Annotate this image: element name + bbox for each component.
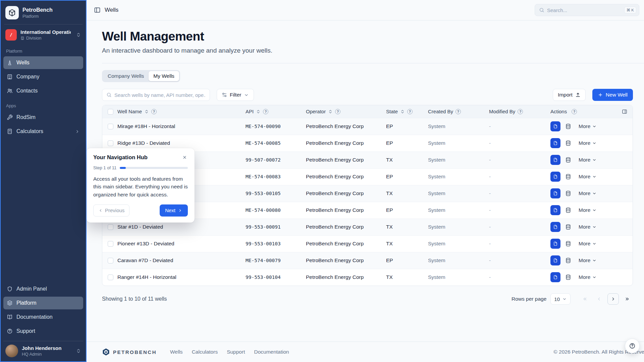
row-checkbox[interactable] [108, 224, 113, 230]
more-button[interactable]: More [576, 138, 599, 148]
wells-search-input[interactable] [114, 92, 206, 98]
database-button[interactable] [563, 239, 573, 249]
footer-link-support[interactable]: Support [227, 349, 245, 355]
row-checkbox[interactable] [108, 241, 113, 247]
tour-next-label: Next [165, 207, 175, 213]
select-all-checkbox[interactable] [108, 109, 113, 115]
tour-previous-button[interactable]: Previous [93, 204, 129, 217]
chevron-right-icon [610, 296, 616, 302]
database-button[interactable] [563, 138, 573, 148]
cell-api: 99-553-00104 [246, 269, 306, 286]
well-file-button[interactable] [550, 155, 560, 165]
sort-icon[interactable] [144, 109, 149, 114]
brand-title: PetroBench [22, 7, 53, 13]
sidebar-item-support[interactable]: Support [3, 325, 83, 338]
tour-title: Your Navigation Hub [93, 154, 148, 161]
database-button[interactable] [563, 255, 573, 265]
tab-my-wells[interactable]: My Wells [149, 71, 179, 81]
sidebar-item-admin-panel[interactable]: Admin Panel [3, 283, 83, 295]
help-icon[interactable]: ? [335, 109, 340, 114]
help-button[interactable] [625, 339, 640, 353]
row-checkbox[interactable] [108, 275, 113, 280]
tour-next-button[interactable]: Next [160, 204, 188, 217]
well-file-button[interactable] [550, 222, 560, 232]
help-icon[interactable]: ? [518, 109, 523, 114]
wells-tabs: Company Wells My Wells [102, 70, 180, 82]
more-button[interactable]: More [576, 188, 599, 199]
database-button[interactable] [563, 172, 573, 182]
first-page-button[interactable] [579, 293, 591, 305]
well-file-button[interactable] [550, 272, 560, 282]
cell-modified-by: - [489, 118, 550, 135]
more-button[interactable]: More [576, 222, 599, 232]
well-file-button[interactable] [550, 121, 560, 131]
database-button[interactable] [563, 188, 573, 198]
tab-company-wells[interactable]: Company Wells [103, 71, 149, 81]
well-file-button[interactable] [550, 205, 560, 215]
more-button[interactable]: More [576, 171, 599, 182]
sort-icon[interactable] [400, 109, 405, 114]
sidebar-item-contacts[interactable]: Contacts [3, 84, 83, 97]
sort-icon[interactable] [256, 109, 261, 114]
more-button[interactable]: More [576, 272, 599, 283]
chevron-right-icon [178, 208, 182, 213]
previous-page-button[interactable] [593, 293, 605, 305]
help-icon[interactable]: ? [572, 109, 577, 114]
help-icon[interactable]: ? [407, 109, 413, 114]
well-file-button[interactable] [550, 172, 560, 182]
sidebar-item-calculators[interactable]: Calculators [3, 125, 83, 138]
tour-previous-label: Previous [105, 207, 124, 213]
user-menu[interactable]: John Henderson HQ Admin [3, 341, 83, 359]
well-file-button[interactable] [550, 239, 560, 249]
global-search-input[interactable] [547, 7, 622, 13]
footer-link-calculators[interactable]: Calculators [192, 349, 218, 355]
wells-search[interactable] [102, 89, 210, 101]
more-button[interactable]: More [576, 255, 599, 266]
sidebar-toggle-button[interactable] [94, 7, 101, 13]
close-icon[interactable] [181, 154, 188, 161]
database-button[interactable] [563, 155, 573, 165]
sidebar-item-wells[interactable]: Wells [3, 56, 83, 69]
division-selector[interactable]: International Operatio Division [3, 26, 83, 43]
database-button[interactable] [563, 272, 573, 282]
more-button[interactable]: More [576, 121, 599, 132]
more-button[interactable]: More [576, 238, 599, 249]
help-icon[interactable]: ? [455, 109, 461, 114]
table-row[interactable]: Ranger #14H - Horizontal 99-553-00104 Pe… [102, 269, 633, 286]
row-checkbox[interactable] [108, 124, 113, 129]
database-button[interactable] [563, 222, 573, 232]
sidebar-item-rodsim[interactable]: RodSim [3, 111, 83, 124]
footer-link-wells[interactable]: Wells [170, 349, 183, 355]
sidebar-item-label: Wells [16, 60, 30, 66]
rows-per-page-select[interactable]: 10 [550, 293, 571, 305]
sidebar-item-documentation[interactable]: Documentation [3, 311, 83, 323]
global-search[interactable]: ⌘ K [535, 4, 639, 16]
import-button[interactable]: Import [553, 89, 586, 101]
column-visibility-button[interactable] [622, 109, 627, 114]
table-row[interactable]: Mirage #18H - Horizontal ME-574-00090 Pe… [102, 118, 633, 135]
sidebar-item-platform[interactable]: Platform [3, 297, 83, 309]
help-icon[interactable]: ? [151, 109, 157, 114]
next-page-button[interactable] [607, 293, 619, 305]
database-button[interactable] [563, 121, 573, 131]
well-file-button[interactable] [550, 255, 560, 265]
new-well-button[interactable]: New Well [592, 89, 633, 101]
help-icon[interactable]: ? [263, 109, 268, 114]
row-checkbox[interactable] [108, 258, 113, 263]
last-page-button[interactable] [622, 293, 633, 305]
filter-button[interactable]: Filter [217, 89, 254, 101]
footer-link-documentation[interactable]: Documentation [254, 349, 289, 355]
sidebar-item-label: Company [16, 74, 39, 80]
well-file-button[interactable] [550, 188, 560, 198]
sidebar-item-company[interactable]: Company [3, 70, 83, 83]
more-button[interactable]: More [576, 155, 599, 165]
sort-icon[interactable] [328, 109, 333, 114]
well-file-button[interactable] [550, 138, 560, 148]
cell-state: TX [386, 235, 428, 252]
table-row[interactable]: Caravan #7D - Deviated ME-574-00079 Petr… [102, 252, 633, 269]
table-row[interactable]: Pioneer #13D - Deviated 99-553-00103 Pet… [102, 235, 633, 252]
row-checkbox[interactable] [108, 140, 113, 146]
more-button[interactable]: More [576, 205, 599, 216]
database-button[interactable] [563, 205, 573, 215]
division-icon [5, 29, 17, 41]
